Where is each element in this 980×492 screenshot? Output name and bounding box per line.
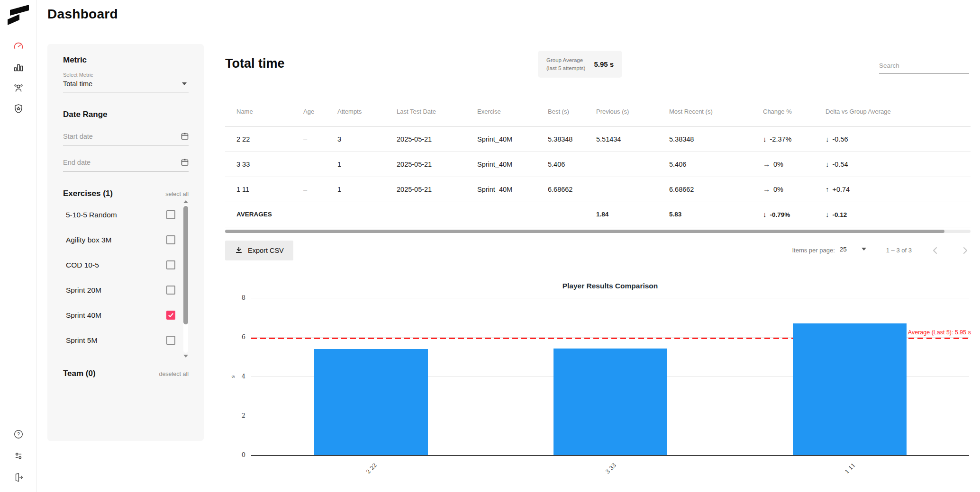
group-average-label: Group Average (last 5 attempts) — [546, 56, 585, 72]
cell-date: 2025-05-21 — [397, 152, 477, 177]
pagination: Items per page: 25 1 – 3 of 3 — [792, 245, 971, 256]
settings-sliders-icon[interactable] — [13, 450, 24, 462]
search-input[interactable] — [879, 62, 969, 69]
cell-most-recent: 5.406 — [669, 152, 763, 177]
next-page-button[interactable] — [959, 245, 971, 256]
dashboard-page: ? Dashboard Metric — [0, 0, 980, 492]
logout-icon[interactable] — [13, 472, 24, 483]
col-most-recent: Most Recent (s) — [669, 97, 763, 126]
cell-change: ↓-2.37% — [763, 126, 826, 152]
left-icon-rail: ? — [0, 0, 37, 492]
right-arrow-icon: → — [763, 160, 770, 168]
cell-most-recent: 5.83 — [669, 202, 763, 227]
scrollbar-thumb[interactable] — [225, 230, 944, 233]
start-date-input[interactable] — [63, 133, 181, 140]
exercise-checkbox[interactable] — [166, 235, 175, 244]
exercise-checkbox-checked[interactable] — [166, 311, 175, 320]
exercise-label: Sprint 5M — [66, 336, 97, 345]
app-logo-icon[interactable] — [8, 5, 29, 26]
exercise-checkbox[interactable] — [166, 286, 175, 295]
select-metric-label: Select Metric — [63, 72, 189, 78]
help-icon[interactable]: ? — [13, 429, 24, 440]
cell-exercise: Sprint_40M — [477, 126, 548, 152]
rail-nav — [13, 41, 24, 115]
cell-previous: 5.51434 — [596, 126, 669, 152]
exercise-checkbox[interactable] — [166, 260, 175, 269]
cell-change: ↓-0.79% — [763, 202, 826, 227]
col-change: Change % — [763, 97, 826, 126]
col-name: Name — [225, 97, 303, 126]
end-date-input[interactable] — [63, 159, 181, 166]
cell-date: 2025-05-21 — [397, 177, 477, 202]
main-content: Total time Group Average (last 5 attempt… — [225, 44, 971, 485]
exercise-label: COD 10-5 — [66, 261, 99, 269]
reports-bar-chart-icon[interactable] — [13, 62, 24, 73]
scroll-down-arrow[interactable] — [183, 355, 188, 358]
select-all-link[interactable]: select all — [165, 191, 189, 197]
exercise-label: Sprint 20M — [66, 286, 101, 295]
col-best: Best (s) — [548, 97, 596, 126]
group-average-value: 5.95 s — [594, 60, 614, 68]
athletes-group-icon[interactable] — [13, 82, 24, 94]
date-range-heading: Date Range — [63, 110, 189, 119]
down-arrow-icon: ↓ — [826, 160, 829, 168]
calendar-icon[interactable] — [181, 132, 189, 140]
chart-title: Player Results Comparison — [251, 282, 969, 290]
export-csv-button[interactable]: Export CSV — [225, 241, 293, 260]
table-row: 1 11 – 1 2025-05-21 Sprint_40M 6.68662 6… — [225, 177, 971, 202]
scroll-up-arrow[interactable] — [183, 200, 188, 203]
col-attempts: Attempts — [337, 97, 397, 126]
admin-shield-icon[interactable] — [13, 103, 24, 115]
rail-bottom: ? — [13, 429, 24, 483]
calendar-icon[interactable] — [181, 158, 189, 166]
bar[interactable] — [793, 323, 907, 455]
metric-page-title: Total time — [225, 56, 285, 71]
deselect-all-link[interactable]: deselect all — [159, 371, 189, 377]
y-tick-label: 8 — [231, 294, 245, 301]
bar[interactable] — [314, 349, 428, 455]
col-age: Age — [303, 97, 337, 126]
dashboard-gauge-icon[interactable] — [13, 41, 24, 52]
bar[interactable] — [554, 349, 667, 455]
cell-attempts: 3 — [337, 126, 397, 152]
y-tick-label: 6 — [231, 333, 245, 340]
chart-plot-area: 02468Group Average (Last 5): 5.95 s2 223… — [251, 298, 969, 456]
list-item: Agility box 3M — [63, 227, 189, 252]
col-previous: Previous (s) — [596, 97, 669, 126]
table-horizontal-scrollbar[interactable] — [225, 230, 971, 233]
scrollbar-thumb[interactable] — [183, 206, 188, 324]
metric-heading: Metric — [63, 55, 189, 65]
cell-delta: ↓-0.56 — [826, 126, 971, 152]
cell-change: →0% — [763, 152, 826, 177]
svg-text:?: ? — [17, 432, 20, 437]
items-per-page-select[interactable]: 25 — [840, 246, 866, 255]
up-arrow-icon: ↑ — [826, 185, 829, 193]
right-arrow-icon: → — [763, 185, 770, 193]
exercise-label: 5-10-5 Random — [66, 211, 117, 219]
x-tick-label: 2 22 — [358, 462, 378, 482]
exercise-checkbox[interactable] — [166, 210, 175, 219]
exercise-checkbox[interactable] — [166, 336, 175, 345]
previous-page-button[interactable] — [930, 245, 941, 256]
metric-select[interactable]: Total time — [63, 78, 189, 92]
chevron-down-icon — [862, 248, 866, 250]
cell-name: 2 22 — [225, 126, 303, 152]
y-tick-label: 0 — [231, 451, 245, 458]
page-title: Dashboard — [47, 7, 118, 22]
averages-row: AVERAGES 1.84 5.83 ↓-0.79% ↓-0.12 — [225, 202, 971, 227]
list-item: 5-10-5 Random — [63, 202, 189, 227]
items-per-page-label: Items per page: — [792, 247, 835, 254]
exercise-list: 5-10-5 Random Agility box 3M COD 10-5 Sp… — [63, 202, 189, 355]
table-row: 2 22 – 3 2025-05-21 Sprint_40M 5.38348 5… — [225, 126, 971, 152]
exercise-list-scrollbar — [183, 200, 189, 358]
filter-panel: Metric Select Metric Total time Date Ran… — [47, 44, 204, 441]
table-row: 3 33 – 1 2025-05-21 Sprint_40M 5.406 5.4… — [225, 152, 971, 177]
cell-best: 6.68662 — [548, 177, 596, 202]
down-arrow-icon: ↓ — [763, 135, 767, 143]
end-date-field — [63, 158, 189, 171]
exercise-label: Sprint 40M — [66, 311, 101, 320]
y-tick-label: 2 — [231, 412, 245, 419]
exercises-header: Exercises (1) select all — [63, 189, 189, 198]
list-item: Sprint 40M — [63, 303, 189, 328]
cell-change: →0% — [763, 177, 826, 202]
